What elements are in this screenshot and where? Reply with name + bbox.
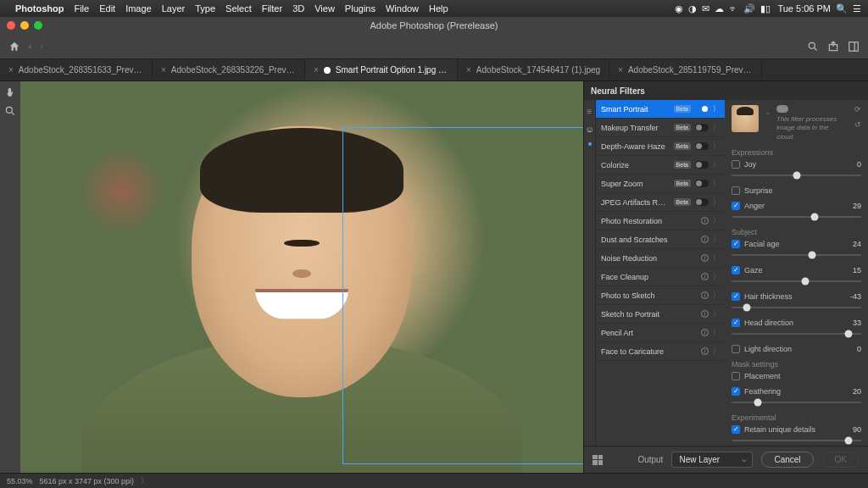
filter-toggle[interactable] (695, 180, 709, 187)
record-icon[interactable]: ◉ (675, 3, 683, 14)
slider-track[interactable] (732, 251, 861, 259)
slider-track[interactable] (732, 277, 861, 286)
filter-toggle[interactable] (695, 105, 709, 113)
slider-knob[interactable] (810, 214, 818, 221)
menu-file[interactable]: File (74, 3, 89, 14)
wifi-icon[interactable]: ᯤ (729, 3, 738, 14)
slider-knob[interactable] (808, 252, 815, 259)
slider-checkbox[interactable] (732, 186, 740, 195)
filter-item[interactable]: Dust and Scratchesi〉 (596, 230, 725, 249)
slider-checkbox[interactable] (732, 160, 740, 169)
slider-knob[interactable] (743, 304, 751, 312)
filter-item[interactable]: Face to Caricaturei〉 (596, 342, 725, 361)
close-tab-icon[interactable]: × (314, 65, 319, 75)
doc-dimensions[interactable]: 5616 px x 3747 px (300 ppi) (40, 477, 135, 485)
info-icon[interactable]: i (701, 236, 709, 243)
slider-checkbox[interactable] (732, 202, 740, 210)
filter-item[interactable]: Makeup TransferBeta〉 (596, 119, 725, 137)
volume-icon[interactable]: 🔊 (743, 3, 755, 14)
preview-toggle-icon[interactable] (593, 455, 603, 465)
ok-button[interactable]: OK (822, 452, 860, 468)
menu-select[interactable]: Select (225, 3, 252, 14)
back-button[interactable]: ‹ (29, 42, 31, 51)
slider-checkbox[interactable] (732, 345, 740, 353)
cancel-button[interactable]: Cancel (761, 452, 813, 468)
close-tab-icon[interactable]: × (466, 65, 471, 75)
forward-button[interactable]: › (40, 42, 42, 51)
document-tab[interactable]: ×AdobeStock_174546417 (1).jpeg (458, 59, 609, 80)
filter-item[interactable]: Noise Reductioni〉 (596, 249, 725, 268)
chat-icon[interactable]: ✉ (702, 3, 709, 14)
menu-3d[interactable]: 3D (292, 3, 304, 14)
info-icon[interactable]: i (701, 254, 709, 262)
slider-knob[interactable] (844, 330, 852, 338)
slider-knob[interactable] (793, 172, 800, 180)
slider-knob[interactable] (754, 399, 761, 407)
status-menu-icon[interactable]: 〉 (141, 475, 148, 486)
filter-item[interactable]: Photo Restorationi〉 (596, 212, 725, 230)
cloud-icon[interactable]: ☁ (715, 3, 724, 14)
slider-track[interactable] (732, 398, 861, 407)
close-tab-icon[interactable]: × (8, 65, 14, 75)
face-dropdown-icon[interactable]: ⌵ (765, 108, 770, 116)
slider-checkbox[interactable] (732, 425, 740, 434)
filter-item[interactable]: Face Cleanupi〉 (596, 268, 725, 286)
filter-cat-portrait-icon[interactable]: ☺ (585, 125, 593, 134)
menu-layer[interactable]: Layer (162, 3, 186, 14)
slider-track[interactable] (732, 303, 861, 312)
workspace-icon[interactable] (848, 41, 860, 53)
slider-checkbox[interactable] (732, 240, 740, 248)
clock[interactable]: Tue 5:06 PM (777, 3, 831, 14)
slider-checkbox[interactable] (732, 266, 740, 274)
share-icon[interactable] (827, 41, 839, 53)
slider-checkbox[interactable] (732, 387, 740, 396)
control-center-icon[interactable]: ☰ (853, 3, 861, 14)
face-thumbnail[interactable] (732, 105, 759, 132)
filter-toggle[interactable] (695, 124, 709, 131)
document-tab[interactable]: ×AdobeStock_285119759_Preview.jpe… (609, 59, 762, 80)
reset-icon[interactable]: ↺ (849, 120, 861, 129)
hand-tool-icon[interactable] (4, 86, 16, 98)
close-tab-icon[interactable]: × (161, 65, 166, 75)
info-icon[interactable]: i (701, 291, 709, 299)
info-icon[interactable]: i (701, 273, 709, 280)
sync-icon[interactable]: ⟳ (849, 105, 861, 114)
cc-icon[interactable]: ◑ (688, 3, 697, 14)
menu-help[interactable]: Help (429, 3, 448, 14)
close-tab-icon[interactable]: × (618, 65, 623, 75)
filter-item[interactable]: ColorizeBeta〉 (596, 156, 725, 175)
search-docs-icon[interactable] (807, 41, 819, 53)
info-icon[interactable]: i (701, 310, 709, 318)
slider-track[interactable] (732, 171, 861, 180)
filter-toggle[interactable] (695, 161, 709, 169)
slider-knob[interactable] (802, 278, 810, 286)
filter-item[interactable]: Pencil Arti〉 (596, 324, 725, 342)
slider-track[interactable] (732, 213, 861, 221)
slider-checkbox[interactable] (732, 372, 740, 380)
filter-item[interactable]: Sketch to Portraiti〉 (596, 305, 725, 324)
close-window-button[interactable] (7, 21, 15, 30)
menu-plugins[interactable]: Plugins (345, 3, 376, 14)
document-tab[interactable]: ×Smart Portrait Option 1.jpg @ 55% (Laye… (305, 59, 458, 80)
menu-edit[interactable]: Edit (99, 3, 115, 14)
filter-item[interactable]: Super ZoomBeta〉 (596, 175, 725, 193)
info-icon[interactable]: i (701, 217, 709, 225)
menu-filter[interactable]: Filter (262, 3, 282, 14)
filter-item[interactable]: Smart PortraitBeta〉 (596, 100, 725, 119)
filter-toggle[interactable] (695, 198, 709, 206)
canvas[interactable] (20, 81, 583, 473)
slider-checkbox[interactable] (732, 319, 740, 327)
filter-item[interactable]: Photo to Sketchi〉 (596, 286, 725, 305)
menu-image[interactable]: Image (125, 3, 152, 14)
home-icon[interactable] (8, 41, 20, 53)
info-icon[interactable]: i (701, 329, 709, 336)
menu-window[interactable]: Window (386, 3, 419, 14)
battery-icon[interactable]: ▮▯ (760, 3, 771, 14)
slider-track[interactable] (732, 436, 861, 445)
info-icon[interactable]: i (701, 347, 709, 355)
slider-knob[interactable] (844, 437, 852, 445)
slider-track[interactable] (732, 330, 861, 338)
slider-checkbox[interactable] (732, 292, 740, 301)
filter-item[interactable]: Depth-Aware HazeBeta〉 (596, 137, 725, 156)
minimize-window-button[interactable] (20, 21, 29, 30)
